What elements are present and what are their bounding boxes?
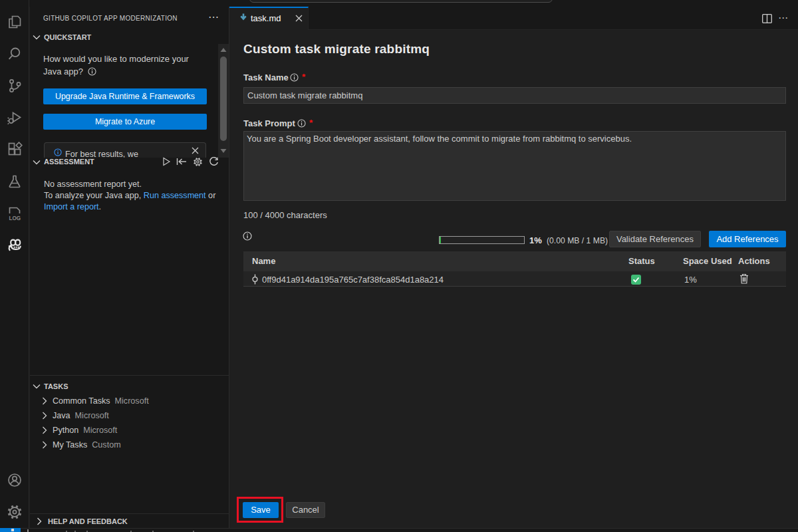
svg-text:LOG: LOG [9, 215, 21, 221]
